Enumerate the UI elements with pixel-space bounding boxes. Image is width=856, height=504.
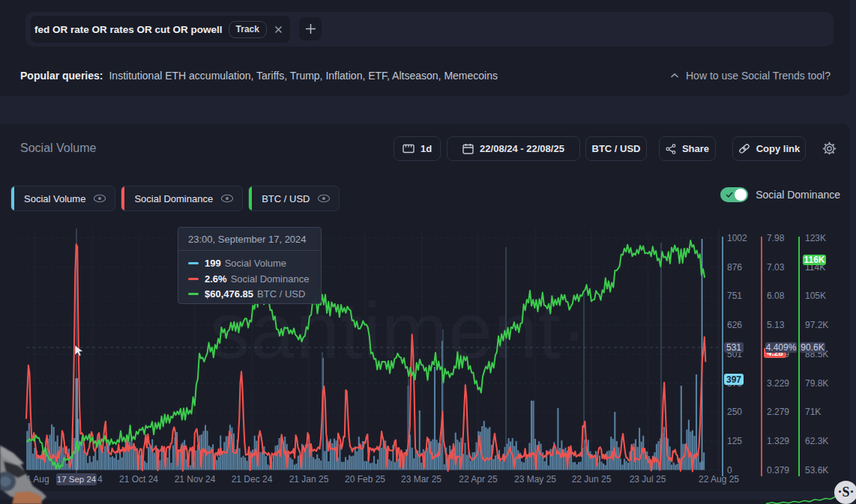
svg-text:22 Aug 25: 22 Aug 25 [699, 474, 739, 485]
svg-text:21 Oct 24: 21 Oct 24 [119, 474, 158, 485]
svg-text:7.03: 7.03 [767, 262, 785, 273]
svg-text:21 Jan 25: 21 Jan 25 [289, 474, 329, 485]
svg-text:876: 876 [727, 262, 742, 273]
svg-text:23 May 25: 23 May 25 [514, 474, 556, 485]
svg-text:22 Apr 25: 22 Apr 25 [459, 474, 498, 485]
svg-text:0.379: 0.379 [767, 465, 789, 476]
svg-text:53.6K: 53.6K [805, 465, 828, 476]
svg-text:23 Mar 25: 23 Mar 25 [401, 474, 441, 485]
svg-text:79.8K: 79.8K [805, 378, 828, 389]
svg-text:21 Dec 24: 21 Dec 24 [232, 474, 273, 485]
svg-text:2.279: 2.279 [767, 407, 789, 417]
svg-text:105K: 105K [805, 291, 826, 301]
svg-text:626: 626 [727, 320, 742, 330]
svg-text:22 Jun 25: 22 Jun 25 [572, 474, 612, 485]
svg-text:1002: 1002 [727, 233, 747, 243]
svg-text:7.98: 7.98 [767, 233, 785, 243]
svg-text:23 Jul 25: 23 Jul 25 [630, 474, 666, 485]
svg-text:751: 751 [727, 291, 742, 301]
svg-text:6.08: 6.08 [767, 291, 785, 301]
svg-text:3.229: 3.229 [767, 378, 789, 389]
svg-text:250: 250 [727, 407, 742, 417]
svg-text:71K: 71K [805, 407, 821, 417]
svg-text:21 Nov 24: 21 Nov 24 [175, 474, 216, 485]
svg-text:5.13: 5.13 [767, 320, 785, 330]
svg-text:20 Feb 25: 20 Feb 25 [345, 474, 385, 485]
svg-text:1.329: 1.329 [767, 436, 789, 446]
svg-text:97.2K: 97.2K [805, 320, 828, 330]
svg-text:125: 125 [727, 436, 742, 446]
svg-text:123K: 123K [805, 233, 826, 243]
svg-text:62.3K: 62.3K [805, 436, 828, 446]
